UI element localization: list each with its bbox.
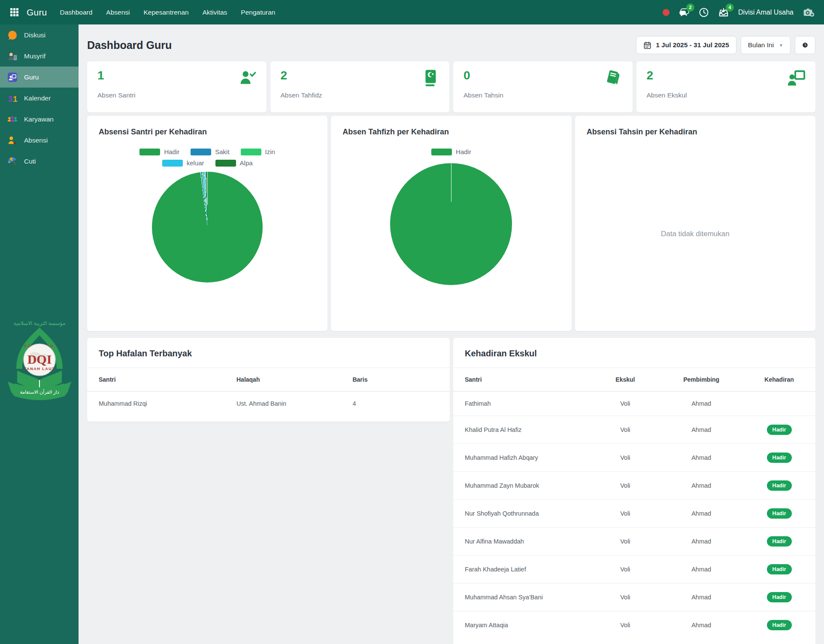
legend-item[interactable]: Sakit bbox=[191, 148, 229, 155]
nav-pengaturan[interactable]: Pengaturan bbox=[241, 9, 275, 16]
legend-swatch bbox=[215, 160, 236, 167]
legend-item[interactable]: Hadir bbox=[139, 148, 179, 155]
table-cell bbox=[743, 392, 815, 416]
sidebar-item-guru[interactable]: Guru bbox=[0, 67, 79, 88]
logo-arabic-top: مؤسسة التربية الاسلامية bbox=[13, 320, 65, 327]
nav-absensi[interactable]: Absensi bbox=[106, 9, 130, 16]
sidebar: Diskusi Musyrif bbox=[0, 24, 79, 644]
table-row: Muhammad Hafizh AbqaryVoliAhmadHadir bbox=[453, 444, 815, 472]
sidebar-item-label: Musyrif bbox=[24, 52, 45, 60]
foundation-logo: مؤسسة التربية الاسلامية YAYASAN DQI TANA… bbox=[7, 319, 72, 405]
table-cell: Voli bbox=[591, 444, 660, 472]
column-header: Kehadiran bbox=[743, 368, 815, 392]
people-group-icon bbox=[6, 113, 18, 125]
presentation-icon bbox=[786, 68, 806, 90]
table-row: Muhammad Zayn MubarokVoliAhmadHadir bbox=[453, 472, 815, 500]
pie-chart-santri bbox=[152, 172, 263, 283]
sidebar-item-karyawan[interactable]: Karyawan bbox=[0, 109, 79, 130]
svg-text:TANAH LAUT: TANAH LAUT bbox=[24, 367, 55, 371]
table-cell: Ahmad bbox=[660, 611, 743, 639]
messages-button[interactable]: 2 bbox=[679, 7, 690, 18]
umbrella-icon bbox=[6, 155, 18, 167]
quran-book-icon bbox=[420, 68, 440, 90]
chart-legend: HadirSakitIzinkeluarAlpa bbox=[119, 148, 295, 167]
sidebar-item-absensi[interactable]: Absensi bbox=[0, 130, 79, 151]
card-top-hafalan: Top Hafalan Terbanyak Santri Halaqah Bar… bbox=[87, 338, 450, 422]
table-cell: Hadir bbox=[743, 611, 815, 639]
column-header: Santri bbox=[453, 368, 591, 392]
book-icon bbox=[603, 68, 623, 90]
sidebar-item-cuti[interactable]: Cuti bbox=[0, 151, 79, 172]
column-header: Baris bbox=[348, 368, 450, 392]
hafalan-table: Santri Halaqah Baris Muhammad RizqiUst. … bbox=[87, 368, 450, 416]
top-navbar: Guru Dashboard Absensi Kepesantrenan Akt… bbox=[0, 0, 824, 24]
stat-card-absen-ekskul: 2 Absen Ekskul bbox=[636, 61, 816, 112]
legend-item[interactable]: keluar bbox=[162, 159, 204, 167]
app-grid-button[interactable] bbox=[9, 7, 21, 18]
sidebar-item-kalender[interactable]: 3 1 Kalender bbox=[0, 88, 79, 109]
chat-bubble-icon bbox=[6, 29, 18, 41]
history-button[interactable] bbox=[699, 7, 709, 18]
table-cell: Hadir bbox=[743, 528, 815, 556]
table-cell: Voli bbox=[591, 392, 660, 416]
sidebar-item-label: Absensi bbox=[24, 137, 48, 144]
table-cell: Ahmad bbox=[660, 528, 743, 556]
table-cell: Ahmad bbox=[660, 556, 743, 583]
date-range-label: 1 Jul 2025 - 31 Jul 2025 bbox=[656, 41, 729, 49]
legend-item[interactable]: Alpa bbox=[215, 159, 253, 167]
person-check-icon bbox=[237, 68, 257, 90]
stat-card-absen-tahsin: 0 Absen Tahsin bbox=[453, 61, 633, 112]
table-row: FathimahVoliAhmad bbox=[453, 392, 815, 416]
column-header: Halaqah bbox=[232, 368, 348, 392]
table-cell: Voli bbox=[591, 611, 660, 639]
table-cell: Hadir bbox=[743, 583, 815, 611]
sidebar-item-diskusi[interactable]: Diskusi bbox=[0, 24, 79, 46]
table-cell: Voli bbox=[591, 416, 660, 444]
legend-item[interactable]: Izin bbox=[241, 148, 275, 155]
period-label: Bulan Ini bbox=[748, 41, 774, 49]
table-cell: Voli bbox=[591, 556, 660, 583]
svg-text:1: 1 bbox=[13, 94, 18, 103]
table-cell: Hadir bbox=[743, 500, 815, 528]
sidebar-item-label: Kalender bbox=[24, 94, 51, 102]
card-title: Top Hafalan Terbanyak bbox=[87, 338, 450, 368]
messages-badge: 2 bbox=[686, 3, 694, 12]
time-filter-button[interactable] bbox=[795, 36, 815, 54]
date-range-button[interactable]: 1 Jul 2025 - 31 Jul 2025 bbox=[636, 36, 736, 54]
sidebar-item-label: Guru bbox=[24, 73, 39, 81]
stat-value: 2 bbox=[647, 69, 806, 82]
legend-label: Alpa bbox=[240, 159, 253, 167]
table-cell: Voli bbox=[591, 583, 660, 611]
chart-card-tahfizh: Absen Tahfizh per Kehadiran Hadir bbox=[331, 116, 571, 331]
sidebar-item-label: Diskusi bbox=[24, 31, 45, 39]
charts-row: Absensi Santri per Kehadiran HadirSakitI… bbox=[87, 116, 815, 331]
pie-chart-tahfizh bbox=[390, 163, 512, 285]
legend-item[interactable]: Hadir bbox=[431, 148, 471, 155]
legend-swatch bbox=[162, 160, 183, 167]
sidebar-item-label: Karyawan bbox=[24, 115, 54, 123]
nav-aktivitas[interactable]: Aktivitas bbox=[203, 9, 227, 16]
status-badge: Hadir bbox=[767, 480, 792, 491]
table-cell: Nur Shofiyah Qothrunnada bbox=[453, 500, 591, 528]
legend-swatch bbox=[191, 149, 211, 155]
stat-label: Absen Ekskul bbox=[647, 91, 806, 99]
sidebar-item-musyrif[interactable]: Musyrif bbox=[0, 46, 79, 67]
screenshot-button[interactable] bbox=[803, 7, 815, 18]
nav-dashboard[interactable]: Dashboard bbox=[60, 9, 93, 16]
table-cell: Ust. Ahmad Banin bbox=[232, 392, 348, 416]
table-cell: Hadir bbox=[743, 556, 815, 583]
inbox-button[interactable]: 4 bbox=[718, 7, 729, 18]
user-menu[interactable]: Divisi Amal Usaha bbox=[738, 9, 794, 16]
status-badge: Hadir bbox=[767, 536, 792, 547]
column-header: Pembimbing bbox=[660, 368, 743, 392]
chart-title: Absensi Santri per Kehadiran bbox=[99, 128, 207, 137]
table-row: Farah Khadeeja LatiefVoliAhmadHadir bbox=[453, 556, 815, 583]
legend-label: Hadir bbox=[456, 148, 471, 155]
nav-kepesantrenan[interactable]: Kepesantrenan bbox=[143, 9, 188, 16]
empty-state-text: Data tidak ditemukan bbox=[575, 137, 815, 331]
teacher-tile-icon bbox=[6, 71, 18, 83]
clock-filled-icon bbox=[802, 40, 808, 50]
brand-title[interactable]: Guru bbox=[27, 7, 47, 18]
period-select[interactable]: Bulan Ini ▼ bbox=[741, 36, 791, 54]
stat-label: Absen Tahfidz bbox=[281, 91, 439, 99]
